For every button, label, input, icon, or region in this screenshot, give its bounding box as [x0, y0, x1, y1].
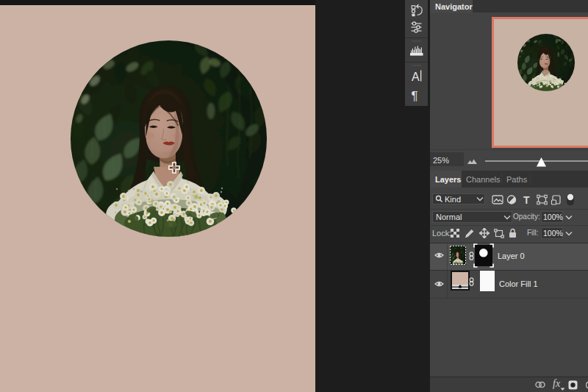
- svg-text:A: A: [412, 71, 420, 83]
- svg-text:¶: ¶: [412, 89, 418, 103]
- svg-text:T: T: [523, 194, 530, 206]
